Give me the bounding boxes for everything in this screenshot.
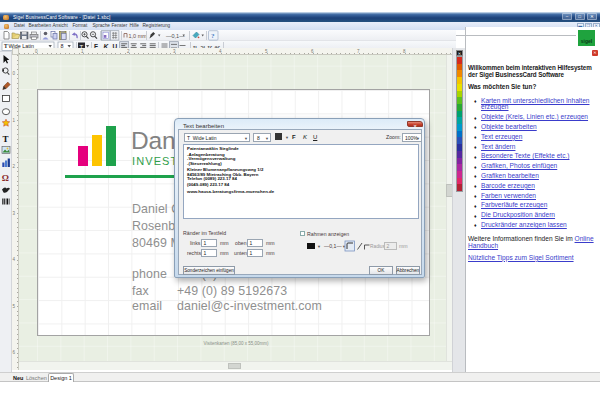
svg-text:T: T xyxy=(3,134,9,144)
svg-text:—0,1—: —0,1— xyxy=(166,33,185,39)
svg-text:1,0 mm: 1,0 mm xyxy=(129,33,148,39)
svg-text:?: ? xyxy=(211,32,215,40)
svg-text:T: T xyxy=(4,43,8,49)
svg-text:Ω: Ω xyxy=(2,173,9,183)
